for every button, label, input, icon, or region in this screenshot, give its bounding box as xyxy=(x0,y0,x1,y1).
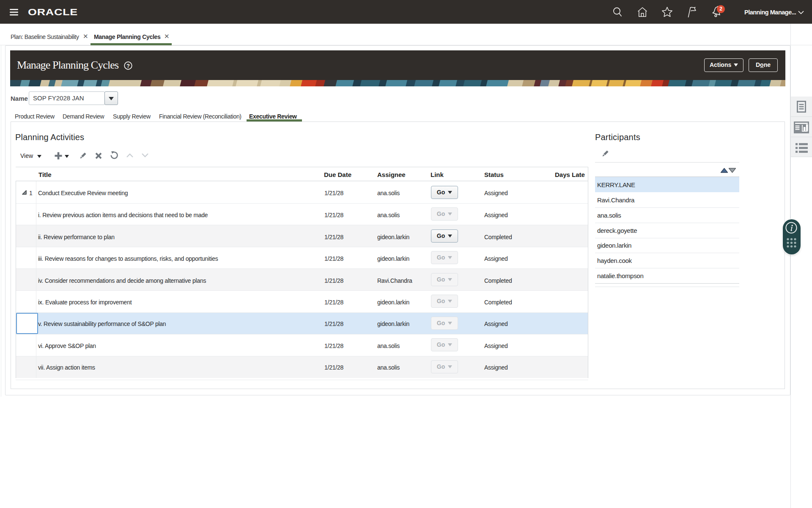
svg-text:?: ? xyxy=(126,63,130,69)
